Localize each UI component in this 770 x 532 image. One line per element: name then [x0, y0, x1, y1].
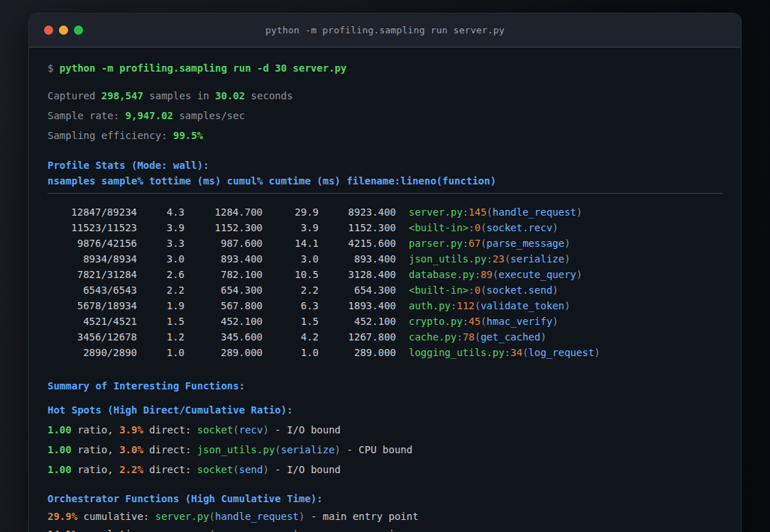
- bound-note: - CPU bound: [341, 444, 412, 455]
- line-number: 78: [463, 331, 475, 343]
- filename: socket: [197, 464, 233, 475]
- direct-label: direct:: [143, 444, 197, 455]
- close-paren: ): [552, 316, 558, 327]
- efficiency-value: 99.5%: [173, 130, 203, 141]
- table-row: 7821/31284 2.6 782.100 10.5 3128.400 dat…: [48, 267, 722, 282]
- nsamples-cell: 4521/4521: [48, 314, 137, 329]
- sample-rate-line: Sample rate: 9,947.02 samples/sec: [48, 108, 722, 123]
- filename: socket: [197, 424, 233, 436]
- open-paren: (: [522, 347, 528, 358]
- tottime-cell: 345.600: [185, 329, 263, 345]
- filename: parser.py: [155, 528, 209, 532]
- direct-pct-value: 3.9%: [119, 424, 143, 436]
- terminal-window: python -m profiling.sampling run server.…: [28, 13, 742, 532]
- cumul-pct-cell: 3.0: [263, 251, 319, 267]
- ratio-value: 1.00: [48, 464, 72, 475]
- tottime-cell: 782.100: [185, 267, 263, 282]
- filename: <built-in>: [409, 222, 468, 233]
- bound-note: - I/O bound: [269, 464, 341, 475]
- open-paren: (: [487, 206, 493, 218]
- hotspot-item: 1.00 ratio, 2.2% direct: socket(send) - …: [48, 462, 722, 477]
- filename: logging_utils.py: [409, 347, 505, 358]
- table-row: 12847/89234 4.3 1284.700 29.9 8923.400 s…: [48, 204, 722, 220]
- function-name: validate_token: [480, 300, 564, 311]
- line-number: 45: [468, 316, 480, 327]
- direct-pct-value: 2.2%: [119, 464, 143, 475]
- table-row: 6543/6543 2.2 654.300 2.2 654.300 <built…: [48, 282, 722, 298]
- filename: json_utils.py: [409, 253, 487, 265]
- line-number: 34: [510, 347, 522, 358]
- location-cell: logging_utils.py:34(log_request): [396, 345, 722, 360]
- function-name: recv: [239, 424, 263, 436]
- close-paren: ): [263, 424, 268, 436]
- open-paren: (: [233, 424, 238, 436]
- hotspots-list: 1.00 ratio, 3.9% direct: socket(recv) - …: [48, 422, 722, 477]
- terminal-output[interactable]: $ python -m profiling.sampling run -d 30…: [29, 48, 741, 532]
- sample-pct-cell: 1.5: [137, 314, 185, 329]
- role-note: - main entry point: [304, 511, 418, 522]
- prompt-line: $ python -m profiling.sampling run -d 30…: [48, 60, 722, 76]
- filename: crypto.py: [409, 316, 463, 327]
- minimize-button[interactable]: [59, 26, 68, 35]
- cumtime-cell: 1152.300: [319, 220, 396, 235]
- function-name: parse_message: [487, 238, 565, 249]
- open-paren: (: [475, 300, 480, 311]
- location-cell: parser.py:67(parse_message): [396, 235, 722, 251]
- location-cell: auth.py:112(validate_token): [396, 298, 722, 314]
- tottime-cell: 452.100: [185, 314, 263, 329]
- filename: server.py: [409, 206, 463, 218]
- filename: <built-in>: [409, 284, 468, 296]
- ratio-label: ratio,: [72, 424, 119, 436]
- location-cell: crypto.py:45(hmac_verify): [396, 314, 722, 329]
- nsamples-cell: 11523/11523: [48, 220, 137, 235]
- sample-pct-cell: 3.0: [137, 251, 185, 267]
- nsamples-cell: 7821/31284: [48, 267, 137, 282]
- open-paren: (: [275, 444, 280, 455]
- function-name: hmac_verify: [487, 316, 553, 327]
- cumul-pct-cell: 2.2: [263, 282, 319, 298]
- close-paren: ): [576, 269, 582, 280]
- table-row: 5678/18934 1.9 567.800 6.3 1893.400 auth…: [48, 298, 722, 314]
- close-paren: ): [293, 528, 299, 532]
- sample-pct-cell: 2.2: [137, 282, 185, 298]
- close-paren: ): [564, 253, 570, 265]
- profile-table: 12847/89234 4.3 1284.700 29.9 8923.400 s…: [48, 204, 722, 360]
- direct-label: direct:: [143, 424, 197, 436]
- close-button[interactable]: [44, 26, 53, 35]
- sample-rate-value: 9,947.02: [126, 110, 173, 121]
- sample-rate-unit: samples/sec: [173, 110, 245, 121]
- traffic-lights: [29, 26, 83, 35]
- table-row: 4521/4521 1.5 452.100 1.5 452.100 crypto…: [48, 314, 722, 329]
- cumtime-cell: 4215.600: [319, 235, 396, 251]
- cumtime-cell: 8923.400: [319, 204, 396, 220]
- colon: :: [456, 331, 462, 343]
- location-cell: <built-in>:0(socket.send): [396, 282, 722, 298]
- filename: server.py: [155, 511, 209, 522]
- function-name: serialize: [510, 253, 564, 265]
- filename: parser.py: [409, 238, 463, 249]
- command-text: python -m profiling.sampling run -d 30 s…: [60, 62, 347, 74]
- summary-title: Summary of Interesting Functions:: [48, 378, 722, 394]
- colon: :: [468, 284, 474, 296]
- function-name: socket.recv: [487, 222, 553, 233]
- line-number: 112: [456, 300, 474, 311]
- colon: :: [475, 269, 480, 280]
- function-name: execute_query: [498, 269, 576, 280]
- tottime-cell: 893.400: [185, 251, 263, 267]
- table-row: 2890/2890 1.0 289.000 1.0 289.000 loggin…: [48, 345, 722, 360]
- function-name: serialize: [281, 444, 335, 455]
- filename: database.py: [409, 269, 475, 280]
- cumul-pct-cell: 3.9: [263, 220, 319, 235]
- captured-mid-label: samples in: [143, 90, 215, 101]
- cumulative-pct-value: 14.1%: [48, 528, 77, 532]
- captured-line: Captured 298,547 samples in 30.02 second…: [48, 88, 722, 104]
- colon: :: [487, 253, 493, 265]
- maximize-button[interactable]: [74, 26, 83, 35]
- cumul-pct-cell: 6.3: [263, 298, 319, 314]
- function-name: send: [239, 464, 263, 475]
- line-number: 145: [468, 206, 486, 218]
- tottime-cell: 987.600: [185, 235, 263, 251]
- efficiency-label: Sampling efficiency:: [48, 130, 173, 141]
- hotspots-title: Hot Spots (High Direct/Cumulative Ratio)…: [48, 402, 722, 418]
- titlebar-drag-handle[interactable]: python -m profiling.sampling run server.…: [29, 13, 741, 48]
